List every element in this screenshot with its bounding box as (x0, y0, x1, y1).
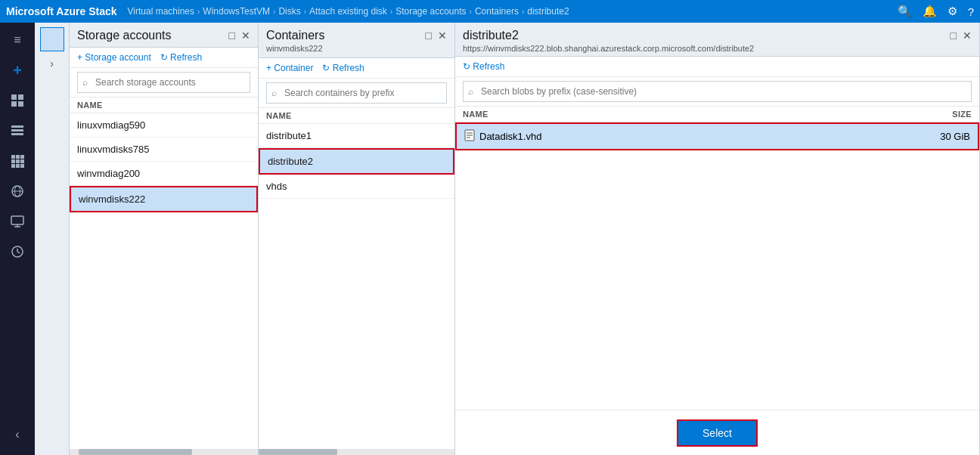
sidebar-item-add[interactable]: + (3, 56, 32, 85)
select-button[interactable]: Select (677, 419, 758, 447)
refresh-distribute2-button[interactable]: ↻ Refresh (463, 61, 504, 72)
breadcrumb: Virtual machines › WindowsTestVM › Disks… (128, 6, 569, 17)
svg-rect-9 (20, 155, 24, 159)
distribute2-header: distribute2 □ ✕ https://winvmdisks222.bl… (455, 23, 979, 57)
svg-rect-15 (20, 164, 24, 168)
blob-size: 30 GiB (910, 131, 970, 142)
collapsed-panel: › (35, 23, 70, 455)
svg-rect-8 (16, 155, 20, 159)
breadcrumb-vm[interactable]: Virtual machines (128, 6, 195, 17)
breadcrumb-attach[interactable]: Attach existing disk (309, 6, 387, 17)
sidebar-item-globe[interactable] (3, 177, 32, 206)
sidebar: ≡ + ‹ (0, 23, 35, 455)
containers-title: Containers (266, 29, 324, 42)
storage-accounts-list-header: NAME (70, 98, 258, 113)
distribute2-subtitle: https://winvmdisks222.blob.shanghai.azur… (463, 44, 972, 53)
svg-rect-7 (11, 155, 15, 159)
containers-blade: Containers □ ✕ winvmdisks222 + Container… (259, 23, 455, 455)
storage-accounts-toolbar: + Storage account ↻ Refresh (70, 48, 258, 68)
svg-line-24 (17, 252, 20, 253)
containers-search-input[interactable] (280, 85, 442, 101)
svg-rect-14 (16, 164, 20, 168)
list-item-vhds[interactable]: vhds (259, 175, 454, 199)
list-item-distribute1[interactable]: distribute1 (259, 124, 454, 148)
app-brand: Microsoft Azure Stack (6, 5, 117, 17)
svg-rect-0 (11, 94, 17, 100)
sidebar-item-dashboard[interactable] (3, 86, 32, 115)
breadcrumb-containers[interactable]: Containers (475, 6, 519, 17)
list-item-winvmdisks222[interactable]: winvmdisks222 (70, 186, 258, 212)
blob-size-header: SIZE (911, 110, 972, 119)
sidebar-item-appgrid[interactable] (3, 147, 32, 175)
bell-icon[interactable]: 🔔 (923, 5, 937, 18)
storage-accounts-search-area: ⌕ (70, 68, 258, 98)
containers-subtitle: winvmdisks222 (266, 44, 447, 53)
minimize-icon[interactable]: □ (229, 29, 235, 42)
svg-rect-2 (11, 101, 17, 107)
list-item[interactable]: linuxvmdiag590 (70, 113, 258, 138)
blobs-empty-area (455, 266, 979, 410)
add-container-button[interactable]: + Container (266, 63, 313, 73)
list-item[interactable]: linuxvmdisks785 (70, 138, 258, 162)
search-icon: ⌕ (271, 88, 277, 98)
refresh-containers-button[interactable]: ↻ Refresh (322, 63, 364, 73)
top-navigation: Microsoft Azure Stack Virtual machines ›… (0, 0, 980, 23)
breadcrumb-vmname[interactable]: WindowsTestVM (203, 6, 270, 17)
svg-rect-13 (11, 164, 15, 168)
sidebar-item-clock[interactable] (3, 237, 32, 266)
storage-accounts-title: Storage accounts (77, 29, 172, 42)
storage-accounts-blade: Storage accounts □ ✕ + Storage account ↻… (70, 23, 259, 455)
breadcrumb-storage[interactable]: Storage accounts (395, 6, 466, 17)
blob-name-header: NAME (463, 110, 911, 119)
distribute2-search-area: ⌕ (455, 77, 979, 107)
svg-rect-11 (16, 159, 20, 163)
storage-accounts-scrollbar[interactable] (70, 449, 258, 455)
close-icon[interactable]: ✕ (963, 29, 972, 42)
storage-accounts-header: Storage accounts □ ✕ (70, 23, 258, 48)
containers-list-header: NAME (259, 108, 454, 124)
containers-header-icons: □ ✕ (426, 29, 447, 42)
svg-rect-19 (11, 216, 23, 224)
minimize-icon[interactable]: □ (426, 29, 432, 42)
sidebar-item-menu[interactable]: ≡ (3, 26, 32, 54)
expand-icon[interactable]: › (50, 57, 54, 70)
add-storage-account-button[interactable]: + Storage account (77, 52, 151, 63)
containers-toolbar: + Container ↻ Refresh (259, 58, 454, 79)
containers-scrollbar[interactable] (259, 449, 454, 455)
storage-accounts-list: linuxvmdiag590 linuxvmdisks785 winvmdiag… (70, 113, 258, 449)
containers-search-area: ⌕ (259, 79, 454, 108)
containers-header: Containers □ ✕ winvmdisks222 (259, 23, 454, 58)
distribute2-blade: distribute2 □ ✕ https://winvmdisks222.bl… (455, 23, 980, 455)
minimize-icon[interactable]: □ (951, 29, 957, 42)
distribute2-footer: Select (455, 410, 979, 455)
main-wrapper: ≡ + ‹ › S (0, 23, 980, 455)
search-icon[interactable]: 🔍 (898, 5, 912, 18)
panels-area: › Storage accounts □ ✕ + Storage account… (35, 23, 980, 455)
settings-icon[interactable]: ⚙ (947, 5, 957, 18)
sidebar-item-resources[interactable] (3, 116, 32, 145)
storage-accounts-header-icons: □ ✕ (229, 29, 250, 42)
breadcrumb-distribute2[interactable]: distribute2 (527, 6, 569, 17)
breadcrumb-disks[interactable]: Disks (278, 6, 300, 17)
file-icon (464, 129, 475, 144)
blob-row-datadisk1[interactable]: Datadisk1.vhd 30 GiB (455, 122, 979, 150)
blob-name: Datadisk1.vhd (479, 131, 910, 142)
close-icon[interactable]: ✕ (438, 29, 447, 42)
search-icon: ⌕ (468, 86, 473, 97)
search-icon: ⌕ (82, 77, 88, 88)
close-icon[interactable]: ✕ (241, 29, 250, 42)
blobs-search-input[interactable] (476, 84, 966, 99)
svg-rect-1 (18, 94, 23, 100)
sidebar-item-monitor[interactable] (3, 207, 32, 236)
refresh-storage-button[interactable]: ↻ Refresh (160, 52, 202, 63)
collapsed-panel-btn[interactable] (40, 27, 64, 51)
svg-rect-12 (20, 159, 24, 163)
help-icon[interactable]: ? (968, 5, 974, 18)
list-item-distribute2[interactable]: distribute2 (259, 148, 454, 175)
blobs-list: Datadisk1.vhd 30 GiB (455, 122, 979, 266)
sidebar-item-collapse[interactable]: ‹ (3, 420, 32, 449)
top-nav-actions: 🔍 🔔 ⚙ ? (898, 5, 974, 18)
list-item[interactable]: winvmdiag200 (70, 162, 258, 186)
distribute2-toolbar: ↻ Refresh (455, 57, 979, 77)
storage-accounts-search-input[interactable] (91, 75, 245, 90)
